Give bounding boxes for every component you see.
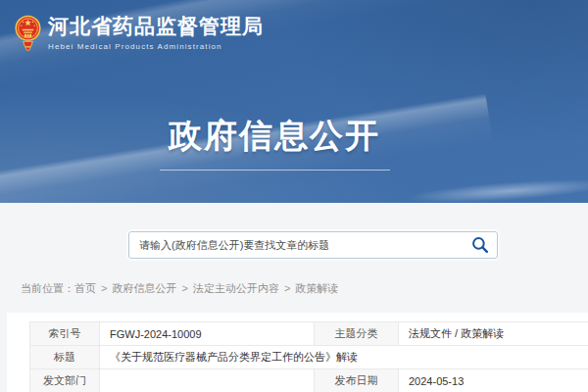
hero-banner: 河北省药品监督管理局 Hebei Medical Products Admini… (0, 0, 588, 203)
field-value-publish-date: 2024-05-13 (399, 369, 588, 392)
search-box (128, 231, 498, 259)
page-banner-title: 政府信息公开 (0, 114, 549, 159)
breadcrumb-statutory-disclosure[interactable]: 法定主动公开内容 (193, 282, 279, 294)
field-label-title: 标题 (30, 346, 100, 369)
field-value-topic-category: 法规文件 / 政策解读 (399, 322, 588, 346)
document-info-table: 索引号 FGWJ-2024-10009 主题分类 法规文件 / 政策解读 标题 … (29, 321, 588, 392)
breadcrumb-separator: > (284, 282, 290, 294)
breadcrumb-separator: > (181, 282, 187, 294)
breadcrumb: 当前位置：首页>政府信息公开>法定主动公开内容>政策解读 (21, 281, 338, 296)
breadcrumb-label: 当前位置： (21, 282, 74, 294)
banner-title-underline (160, 170, 390, 171)
table-row: 标题 《关于规范医疗器械产品分类界定工作的公告》解读 (30, 346, 588, 369)
banner-title-wrap: 政府信息公开 (0, 114, 549, 171)
breadcrumb-separator: > (101, 282, 107, 294)
site-title-block: 河北省药品监督管理局 Hebei Medical Products Admini… (48, 15, 264, 51)
breadcrumb-home[interactable]: 首页 (74, 282, 96, 294)
field-value-issuing-department (100, 369, 315, 392)
search-button[interactable] (464, 232, 497, 258)
table-row: 索引号 FGWJ-2024-10009 主题分类 法规文件 / 政策解读 (30, 322, 588, 346)
field-value-title: 《关于规范医疗器械产品分类界定工作的公告》解读 (100, 346, 588, 369)
national-emblem-icon (15, 15, 41, 56)
site-title: 河北省药品监督管理局 (48, 15, 264, 38)
field-label-publish-date: 发布日期 (315, 369, 399, 392)
content-panel: 索引号 FGWJ-2024-10009 主题分类 法规文件 / 政策解读 标题 … (7, 313, 588, 392)
site-title-english: Hebei Medical Products Administration (48, 42, 264, 51)
field-value-index-number: FGWJ-2024-10009 (100, 322, 315, 346)
search-icon (471, 236, 489, 254)
field-label-topic-category: 主题分类 (315, 322, 399, 346)
site-logo[interactable]: 河北省药品监督管理局 Hebei Medical Products Admini… (15, 15, 264, 56)
table-row: 发文部门 发布日期 2024-05-13 (30, 369, 588, 392)
field-label-issuing-department: 发文部门 (30, 369, 100, 392)
search-input[interactable] (129, 232, 464, 258)
breadcrumb-policy-interpretation[interactable]: 政策解读 (295, 282, 338, 294)
field-label-index-number: 索引号 (30, 322, 100, 346)
breadcrumb-gov-info[interactable]: 政府信息公开 (112, 282, 176, 294)
